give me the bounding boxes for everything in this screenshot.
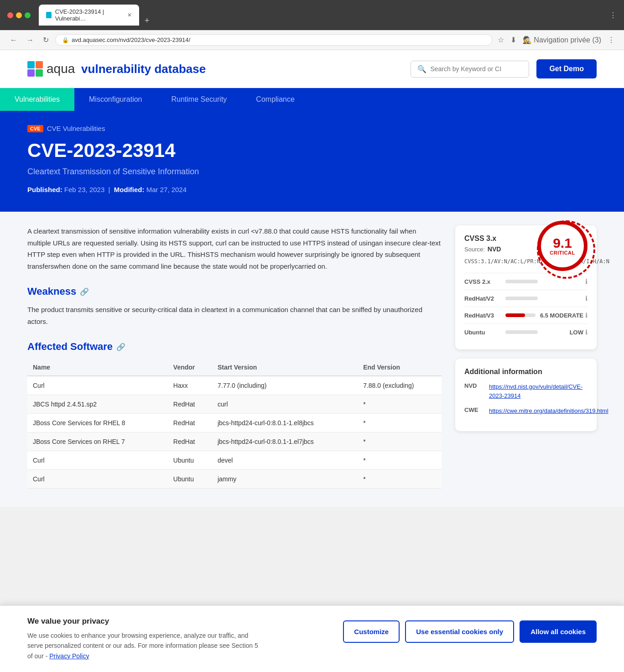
redhat-v2-label: RedHat/V2 — [464, 295, 501, 302]
redhat-v2-info-icon[interactable]: ℹ — [585, 295, 588, 302]
cookie-desc: We use cookies to enhance your browsing … — [27, 630, 265, 661]
svg-rect-2 — [27, 69, 35, 77]
url-display: avd.aquasec.com/nvd/2023/cve-2023-23914/ — [72, 36, 190, 43]
additional-info-title: Additional information — [464, 368, 588, 376]
affected-software-title-text: Affected Software — [27, 341, 113, 353]
customize-button[interactable]: Customize — [343, 620, 400, 643]
weakness-link-icon[interactable]: 🔗 — [80, 287, 89, 296]
browser-tabs: CVE-2023-23914 | Vulnerabi… ✕ + — [39, 5, 606, 26]
nav-vulnerabilities[interactable]: Vulnerabilities — [0, 88, 74, 111]
cvss2x-label: CVSS 2.x — [464, 278, 501, 285]
logo: aqua vulnerability database — [27, 61, 206, 77]
header-actions: 🔍 Get Demo — [411, 59, 597, 78]
new-tab-button[interactable]: + — [141, 16, 153, 26]
cookie-actions: Customize Use essential cookies only All… — [343, 620, 597, 643]
cvss-source: Source: NVD — [464, 245, 528, 253]
cve-badge: CVE — [27, 125, 43, 132]
table-row: Curl Haxx 7.77.0 (including) 7.88.0 (exc… — [27, 376, 442, 395]
privacy-policy-link[interactable]: Privacy Policy — [49, 652, 89, 660]
source-logo: NVD — [488, 245, 501, 253]
score-circle-container: 9.1 CRITICAL — [537, 221, 588, 271]
redhat-v3-label: RedHat/V3 — [464, 312, 501, 319]
toolbar-actions: ☆ ⬇ 🕵 Navigation privée (3) ⋮ — [496, 34, 617, 46]
published-date: Feb 23, 2023 — [64, 186, 104, 193]
table-row: JBoss Core Services on RHEL 7 RedHat jbc… — [27, 432, 442, 451]
redhat-v2-row: RedHat/V2 ℹ — [464, 290, 588, 307]
affected-software-section-title: Affected Software 🔗 — [27, 341, 442, 353]
row-vendor: Haxx — [168, 376, 212, 395]
published-label: Published: — [27, 186, 62, 193]
affected-software-table: Name Vendor Start Version End Version Cu… — [27, 359, 442, 489]
private-nav-button[interactable]: 🕵 Navigation privée (3) — [521, 34, 603, 46]
cvss2x-bar — [505, 280, 538, 283]
cookie-title: We value your privacy — [27, 617, 265, 626]
minimize-dot[interactable] — [16, 12, 22, 18]
redhat-v3-info-icon[interactable]: ℹ — [585, 312, 588, 319]
address-bar[interactable]: 🔒 avd.aquasec.com/nvd/2023/cve-2023-2391… — [55, 34, 492, 46]
redhat-v3-row: RedHat/V3 6.5 MODERATE ℹ — [464, 307, 588, 323]
table-header: Name Vendor Start Version End Version — [27, 359, 442, 376]
modified-label: Modified: — [114, 186, 145, 193]
close-dot[interactable] — [7, 12, 13, 18]
nav-runtime-security[interactable]: Runtime Security — [157, 88, 242, 111]
nvd-link[interactable]: https://nvd.nist.gov/vuln/detail/CVE-202… — [489, 382, 588, 400]
row-vendor: RedHat — [168, 395, 212, 414]
row-start: jbcs-httpd24-curl-0:8.0.1-1.el8jbcs — [212, 414, 358, 432]
row-start: 7.77.0 (including) — [212, 376, 358, 395]
row-vendor: Ubuntu — [168, 470, 212, 489]
row-start: jammy — [212, 470, 358, 489]
redhat-v3-value: 6.5 MODERATE — [540, 312, 583, 319]
redhat-v3-bar-fill — [505, 313, 525, 317]
score-circle: 9.1 CRITICAL — [537, 221, 588, 271]
back-button[interactable]: ← — [7, 34, 20, 46]
cookie-banner: We value your privacy We use cookies to … — [0, 605, 624, 672]
active-tab[interactable]: CVE-2023-23914 | Vulnerabi… ✕ — [39, 5, 139, 26]
page-content: aqua vulnerability database 🔍 Get Demo V… — [0, 50, 624, 507]
search-box[interactable]: 🔍 — [411, 61, 529, 78]
reload-button[interactable]: ↻ — [40, 34, 52, 46]
col-start-version: Start Version — [212, 359, 358, 376]
nav-misconfiguration[interactable]: Misconfiguration — [74, 88, 157, 111]
main-left: A cleartext transmission of sensitive in… — [27, 212, 442, 489]
col-vendor: Vendor — [168, 359, 212, 376]
row-name: Curl — [27, 470, 168, 489]
row-start: jbcs-httpd24-curl-0:8.0.1-1.el7jbcs — [212, 432, 358, 451]
more-button[interactable]: ⋮ — [606, 34, 617, 46]
cve-subtitle: Cleartext Transmission of Sensitive Info… — [27, 167, 597, 177]
nav-compliance[interactable]: Compliance — [241, 88, 309, 111]
allow-all-cookies-button[interactable]: Allow all cookies — [520, 620, 597, 643]
nvd-info-row: NVD https://nvd.nist.gov/vuln/detail/CVE… — [464, 382, 588, 400]
score-number: 9.1 — [553, 236, 572, 250]
bookmark-button[interactable]: ☆ — [496, 34, 506, 46]
redhat-v2-bar — [505, 297, 538, 300]
cvss2x-info-icon[interactable]: ℹ — [585, 278, 588, 285]
affected-software-link-icon[interactable]: 🔗 — [116, 343, 125, 351]
ubuntu-label: Ubuntu — [464, 329, 501, 336]
cve-title: CVE-2023-23914 — [27, 140, 597, 161]
tab-menu: ⋮ — [609, 11, 617, 20]
ubuntu-info-icon[interactable]: ℹ — [585, 328, 588, 336]
search-input[interactable] — [430, 65, 522, 73]
tab-close-button[interactable]: ✕ — [127, 12, 132, 18]
table-row: JBCS httpd 2.4.51.sp2 RedHat curl * — [27, 395, 442, 414]
ubuntu-bar — [505, 330, 538, 334]
nvd-label: NVD — [464, 382, 483, 400]
download-button[interactable]: ⬇ — [509, 34, 518, 46]
tab-favicon — [46, 12, 52, 18]
row-vendor: RedHat — [168, 414, 212, 432]
ubuntu-value: LOW — [542, 329, 583, 336]
row-end: * — [358, 414, 442, 432]
tab-title: CVE-2023-23914 | Vulnerabi… — [55, 8, 124, 22]
essential-cookies-button[interactable]: Use essential cookies only — [405, 620, 514, 643]
lock-icon: 🔒 — [62, 37, 69, 43]
browser-frame: CVE-2023-23914 | Vulnerabi… ✕ + ⋮ ← → ↻ … — [0, 0, 624, 50]
ubuntu-row: Ubuntu LOW ℹ — [464, 323, 588, 340]
row-name: JBoss Core Services on RHEL 7 — [27, 432, 168, 451]
get-demo-button[interactable]: Get Demo — [536, 59, 597, 78]
forward-button[interactable]: → — [24, 34, 36, 46]
cwe-label: CWE — [464, 406, 483, 416]
maximize-dot[interactable] — [25, 12, 31, 18]
cwe-link[interactable]: https://cwe.mitre.org/data/definitions/3… — [489, 406, 608, 416]
browser-dots — [7, 12, 31, 18]
main-right: 9.1 CRITICAL CVSS 3.x Source: NVD CVSS:3… — [455, 212, 597, 489]
